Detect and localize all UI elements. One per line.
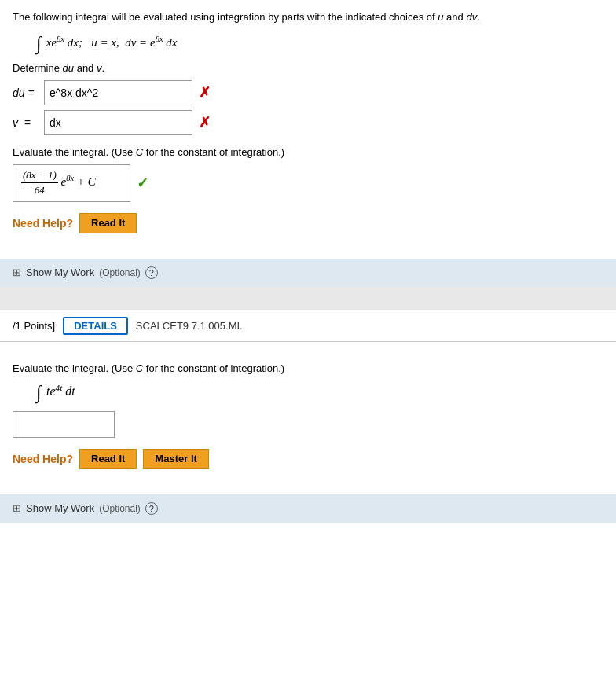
points-text: /1 Points] xyxy=(13,320,55,332)
answer-row: (8x − 1) 64 e8x + C ✓ xyxy=(13,164,603,202)
need-help-label1: Need Help? xyxy=(13,217,73,230)
read-it-button1[interactable]: Read It xyxy=(79,213,137,233)
section-gap xyxy=(0,287,616,310)
v-input[interactable] xyxy=(44,110,192,135)
determine-label: Determine du and v. xyxy=(13,62,603,74)
v-wrong-icon: ✗ xyxy=(199,114,211,131)
du-label: du = xyxy=(13,86,44,99)
optional-text1: (Optional) xyxy=(99,267,141,278)
read-it-button2[interactable]: Read It xyxy=(79,449,137,469)
integral-display1: ∫ xe8x dx; u = x, dv = e8x dx xyxy=(36,33,603,54)
points-bar: /1 Points] DETAILS SCALCET9 7.1.005.MI. xyxy=(0,310,616,342)
show-work-bar2[interactable]: ⊞ Show My Work (Optional) ? xyxy=(0,494,616,523)
source-text: SCALCET9 7.1.005.MI. xyxy=(136,320,243,332)
help-icon2[interactable]: ? xyxy=(145,502,158,515)
need-help-label2: Need Help? xyxy=(13,453,73,465)
evaluate-label2: Evaluate the integral. (Use C for the co… xyxy=(13,362,603,374)
section2: Evaluate the integral. (Use C for the co… xyxy=(0,342,616,488)
answer-input2[interactable] xyxy=(13,411,115,438)
show-work-bar1[interactable]: ⊞ Show My Work (Optional) ? xyxy=(0,259,616,287)
v-label: v = xyxy=(13,116,44,129)
answer-correct-icon: ✓ xyxy=(137,175,148,192)
v-row: v = ✗ xyxy=(13,110,603,135)
show-work-label1: Show My Work xyxy=(26,266,94,278)
optional-text2: (Optional) xyxy=(99,503,141,514)
help-icon1[interactable]: ? xyxy=(145,266,158,279)
master-it-button[interactable]: Master It xyxy=(143,449,208,469)
evaluate-label1: Evaluate the integral. (Use C for the co… xyxy=(13,146,603,158)
show-work-label2: Show My Work xyxy=(26,502,94,514)
need-help-row1: Need Help? Read It xyxy=(13,213,603,233)
intro-text: The following integral will be evaluated… xyxy=(13,9,603,25)
need-help-row2: Need Help? Read It Master It xyxy=(13,449,603,469)
du-row: du = ✗ xyxy=(13,80,603,105)
answer-content: (8x − 1) 64 e8x + C xyxy=(21,169,96,197)
du-input[interactable] xyxy=(44,80,192,105)
answer-box[interactable]: (8x − 1) 64 e8x + C xyxy=(13,164,130,202)
details-badge: DETAILS xyxy=(63,317,128,335)
integral-display2: ∫ te4t dt xyxy=(36,382,603,403)
section1: The following integral will be evaluated… xyxy=(0,0,616,252)
du-wrong-icon: ✗ xyxy=(199,84,211,101)
expand-icon2: ⊞ xyxy=(13,502,21,514)
expand-icon1: ⊞ xyxy=(13,266,21,278)
